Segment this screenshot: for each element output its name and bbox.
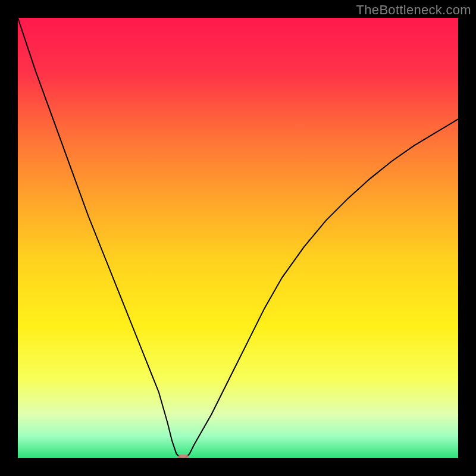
bottleneck-curve-path	[18, 18, 458, 458]
chart-frame: TheBottleneck.com	[0, 0, 476, 476]
watermark-text: TheBottleneck.com	[356, 2, 471, 18]
curve-svg	[18, 18, 458, 458]
plot-area	[18, 18, 458, 458]
min-point-marker	[177, 455, 189, 458]
